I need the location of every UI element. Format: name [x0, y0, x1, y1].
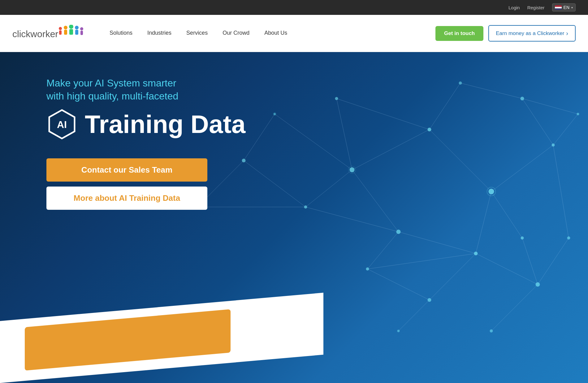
svg-point-54 [366, 267, 369, 271]
svg-point-53 [567, 236, 570, 240]
svg-line-19 [460, 83, 522, 99]
svg-line-12 [352, 130, 430, 170]
svg-rect-5 [69, 29, 73, 35]
svg-rect-7 [75, 30, 78, 35]
svg-line-27 [368, 253, 476, 269]
svg-point-47 [396, 230, 401, 234]
svg-point-48 [474, 252, 478, 255]
svg-point-2 [64, 26, 67, 29]
svg-line-39 [368, 269, 430, 300]
svg-line-14 [491, 145, 553, 192]
login-link[interactable]: Login [508, 5, 520, 10]
main-navbar: clickworker Solutions Industries Service… [0, 15, 588, 52]
chevron-down-icon: ▾ [571, 6, 573, 9]
nav-item-solutions[interactable]: Solutions [102, 15, 140, 52]
top-bar: Login Register EN ▾ [0, 0, 588, 15]
get-in-touch-button[interactable]: Get in touch [435, 26, 483, 41]
svg-line-17 [476, 192, 491, 253]
svg-point-6 [75, 26, 79, 29]
svg-point-56 [335, 97, 338, 100]
svg-line-33 [337, 99, 430, 130]
nav-buttons: Get in touch Earn money as a Clickworker… [435, 25, 576, 42]
svg-line-18 [430, 83, 460, 130]
nav-item-about-us[interactable]: About Us [257, 15, 295, 52]
svg-point-44 [428, 128, 431, 131]
register-link[interactable]: Register [527, 5, 545, 10]
more-about-button[interactable]: More about AI Training Data [46, 187, 207, 210]
svg-line-13 [430, 130, 491, 192]
svg-text:AI: AI [57, 119, 67, 130]
svg-line-30 [491, 192, 522, 238]
svg-point-4 [69, 25, 73, 29]
hero-title-row: AI Training Data [46, 109, 300, 140]
svg-line-21 [306, 170, 352, 207]
language-label: EN [564, 5, 569, 10]
language-selector[interactable]: EN ▾ [552, 3, 576, 11]
svg-line-38 [430, 253, 476, 300]
svg-point-62 [521, 236, 524, 240]
svg-line-22 [306, 207, 399, 232]
hero-buttons: Contact our Sales Team More about AI Tra… [46, 158, 207, 210]
svg-line-23 [476, 253, 538, 284]
svg-text:clickworker: clickworker [12, 29, 58, 39]
svg-line-16 [399, 232, 476, 253]
svg-point-52 [536, 282, 540, 287]
svg-rect-1 [59, 30, 62, 35]
nav-item-industries[interactable]: Industries [140, 15, 179, 52]
svg-line-25 [553, 145, 569, 238]
svg-point-59 [428, 298, 431, 302]
flag-icon [555, 5, 562, 10]
bottom-decoration [0, 315, 588, 383]
svg-point-43 [350, 167, 355, 172]
svg-line-24 [538, 238, 569, 284]
svg-line-31 [522, 238, 538, 284]
hero-content: Make your AI System smarter with high qu… [46, 77, 300, 210]
svg-rect-3 [64, 30, 67, 35]
nav-item-our-crowd[interactable]: Our Crowd [215, 15, 257, 52]
hero-section: Make your AI System smarter with high qu… [0, 52, 588, 383]
nav-links: Solutions Industries Services Our Crowd … [102, 15, 435, 52]
svg-line-34 [553, 114, 578, 145]
hero-main-title: Training Data [85, 112, 245, 137]
svg-point-50 [521, 97, 524, 100]
contact-sales-button[interactable]: Contact our Sales Team [46, 158, 207, 182]
svg-point-51 [304, 205, 307, 209]
svg-rect-9 [80, 31, 83, 35]
svg-line-32 [337, 99, 352, 170]
svg-point-57 [577, 113, 579, 115]
svg-point-49 [459, 81, 462, 85]
svg-point-0 [59, 27, 62, 30]
svg-point-45 [489, 189, 494, 194]
svg-line-35 [522, 99, 578, 114]
hero-subtitle: Make your AI System smarter with high qu… [46, 77, 300, 103]
ai-hexagon-badge: AI [46, 109, 77, 140]
earn-money-button[interactable]: Earn money as a Clickworker › [488, 25, 576, 42]
clickworker-logo: clickworker [12, 25, 84, 42]
svg-line-26 [368, 232, 399, 269]
svg-line-20 [522, 99, 553, 145]
svg-point-46 [552, 143, 555, 147]
logo-area[interactable]: clickworker [12, 25, 84, 42]
svg-point-8 [80, 27, 83, 30]
nav-item-services[interactable]: Services [179, 15, 215, 52]
svg-line-15 [352, 170, 399, 232]
